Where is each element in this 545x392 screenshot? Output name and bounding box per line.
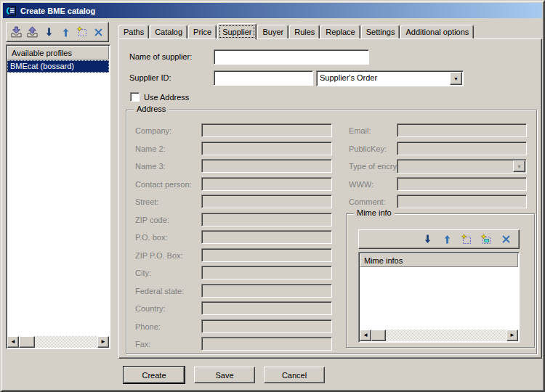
www-input bbox=[397, 177, 527, 191]
tab-catalog[interactable]: Catalog bbox=[150, 25, 187, 39]
po-box-input bbox=[201, 230, 332, 244]
profile-item-bmecat[interactable]: BMEcat (bossard) bbox=[7, 60, 109, 73]
import-profile-icon[interactable] bbox=[9, 25, 23, 39]
fax-input bbox=[201, 337, 332, 351]
titlebar[interactable]: Create BME catalog bbox=[3, 3, 542, 18]
federal-state-label: Federal state: bbox=[135, 287, 184, 295]
mime-infos-list: Mime infos ◄ ► bbox=[358, 252, 520, 343]
move-down-icon[interactable] bbox=[420, 232, 435, 247]
tab-replace[interactable]: Replace bbox=[320, 25, 360, 39]
mime-info-group: Mime info bbox=[346, 213, 535, 348]
name2-input bbox=[201, 142, 332, 155]
move-up-icon[interactable] bbox=[58, 25, 73, 39]
chevron-down-icon[interactable]: ▼ bbox=[450, 72, 462, 85]
save-button[interactable]: Save bbox=[194, 367, 255, 383]
email-label: Email: bbox=[349, 126, 371, 135]
tab-strip: Paths Catalog Price Supplier Buyer Rules… bbox=[118, 23, 475, 39]
window-icon bbox=[6, 5, 17, 17]
publickey-label: PublicKey: bbox=[349, 144, 387, 153]
tab-additional-options[interactable]: Additional options bbox=[400, 25, 474, 39]
delete-mime-icon[interactable] bbox=[498, 232, 513, 247]
zip-po-box-input bbox=[201, 248, 332, 262]
mime-info-group-title: Mime info bbox=[354, 208, 395, 217]
scroll-left-icon[interactable]: ◄ bbox=[360, 330, 371, 341]
company-label: Company: bbox=[135, 126, 171, 135]
scrollbar-thumb[interactable] bbox=[19, 336, 35, 348]
zip-po-box-label: ZIP P.O. Box: bbox=[135, 251, 183, 260]
mime-infos-list-header: Mime infos bbox=[360, 253, 518, 267]
copy-mime-icon[interactable] bbox=[479, 232, 493, 247]
zip-code-label: ZIP code: bbox=[135, 216, 169, 224]
country-input bbox=[201, 301, 332, 315]
name2-label: Name 2: bbox=[135, 144, 166, 153]
supplier-id-label: Supplier ID: bbox=[129, 73, 171, 82]
street-input bbox=[201, 195, 332, 208]
export-profile-icon[interactable] bbox=[25, 25, 40, 39]
mime-toolbar bbox=[358, 229, 520, 249]
use-address-label: Use Address bbox=[144, 93, 189, 102]
scroll-right-icon[interactable]: ► bbox=[97, 336, 109, 348]
phone-input bbox=[201, 319, 332, 333]
delete-profile-icon[interactable] bbox=[92, 25, 106, 39]
profiles-hscrollbar[interactable]: ◄ ► bbox=[7, 336, 109, 348]
tab-paths[interactable]: Paths bbox=[118, 25, 149, 39]
fax-label: Fax: bbox=[135, 340, 150, 348]
window-title: Create BME catalog bbox=[20, 7, 95, 15]
tab-buyer[interactable]: Buyer bbox=[257, 25, 288, 39]
publickey-input bbox=[397, 142, 527, 155]
contact-person-label: Contact person: bbox=[135, 180, 192, 189]
name-of-supplier-input[interactable] bbox=[214, 49, 369, 65]
scroll-right-icon[interactable]: ► bbox=[506, 330, 518, 341]
mime-hscrollbar[interactable]: ◄ ► bbox=[360, 330, 518, 341]
country-label: Country: bbox=[135, 304, 166, 313]
cancel-button[interactable]: Cancel bbox=[264, 367, 325, 383]
supplier-tab-page: Name of supplier: Supplier ID: Supplier'… bbox=[118, 38, 542, 359]
city-input bbox=[201, 266, 332, 279]
scrollbar-track[interactable] bbox=[386, 330, 506, 341]
profiles-list-header: Available profiles bbox=[7, 46, 109, 60]
order-mode-combobox[interactable]: Supplier's Order ▼ bbox=[316, 70, 464, 86]
contact-person-input bbox=[201, 177, 332, 191]
new-profile-icon[interactable] bbox=[75, 25, 89, 39]
order-mode-value: Supplier's Order bbox=[320, 73, 448, 82]
city-label: City: bbox=[135, 269, 151, 277]
tab-price[interactable]: Price bbox=[188, 25, 217, 39]
name3-label: Name 3: bbox=[135, 162, 166, 171]
scrollbar-thumb[interactable] bbox=[371, 330, 386, 341]
type-of-encryption-combobox: ▼ bbox=[397, 159, 527, 173]
scroll-left-icon[interactable]: ◄ bbox=[7, 336, 19, 348]
move-down-icon[interactable] bbox=[42, 25, 57, 39]
tab-supplier[interactable]: Supplier bbox=[217, 23, 257, 40]
address-group: Address Company: Name 2: Name 3: Contact… bbox=[126, 110, 537, 354]
move-up-icon[interactable] bbox=[440, 232, 454, 247]
supplier-id-input[interactable] bbox=[214, 70, 313, 86]
comment-label: Comment: bbox=[349, 197, 386, 206]
create-bme-catalog-window: Create BME catalog bbox=[0, 0, 545, 392]
profiles-toolbar bbox=[6, 22, 109, 42]
federal-state-input bbox=[201, 284, 332, 298]
tab-settings[interactable]: Settings bbox=[361, 25, 400, 39]
use-address-checkbox[interactable] bbox=[130, 92, 140, 102]
phone-label: Phone: bbox=[135, 322, 161, 331]
scrollbar-track[interactable] bbox=[35, 336, 97, 348]
zip-code-input bbox=[201, 213, 332, 226]
comment-input bbox=[397, 195, 527, 208]
email-input bbox=[397, 123, 527, 137]
name-of-supplier-label: Name of supplier: bbox=[129, 52, 192, 61]
chevron-down-icon: ▼ bbox=[513, 160, 525, 172]
tab-rules[interactable]: Rules bbox=[289, 25, 320, 39]
create-button[interactable]: Create bbox=[124, 367, 185, 383]
new-mime-icon[interactable] bbox=[459, 232, 474, 247]
name3-input bbox=[201, 159, 332, 173]
street-label: Street: bbox=[135, 197, 158, 206]
address-group-title: Address bbox=[134, 105, 169, 113]
po-box-label: P.O. box: bbox=[135, 233, 167, 242]
www-label: WWW: bbox=[349, 180, 374, 189]
company-input bbox=[201, 123, 332, 137]
available-profiles-list: Available profiles BMEcat (bossard) ◄ ► bbox=[6, 44, 110, 349]
